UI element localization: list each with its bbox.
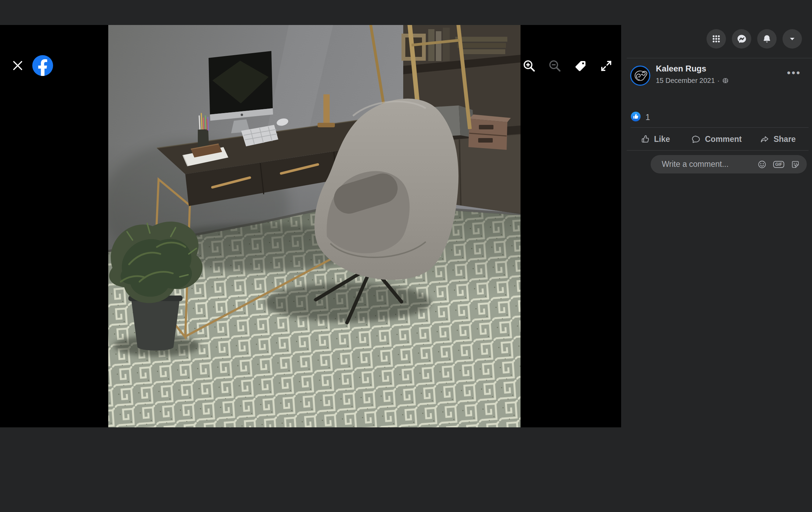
actions-divider (627, 150, 809, 151)
post-photo[interactable] (108, 25, 521, 427)
zoom-in-button[interactable] (522, 58, 537, 74)
post-actions: Like Comment Share (625, 129, 809, 149)
apps-menu-button[interactable] (707, 29, 726, 49)
header-divider (627, 58, 812, 58)
photo-controls (522, 58, 614, 74)
composer-icons: GIF (758, 160, 800, 169)
post-author[interactable]: Kaleen Rugs (656, 64, 706, 74)
post-meta: 15 December 2021 · (656, 77, 729, 85)
tag-photo-button[interactable] (573, 58, 588, 74)
sticker-icon[interactable] (791, 160, 800, 169)
like-icon (641, 135, 650, 144)
facebook-logo-icon (32, 55, 53, 76)
comment-button[interactable]: Comment (686, 129, 747, 149)
facebook-photo-viewer-page: Kaleen Rugs 15 December 2021 · ••• (0, 0, 812, 512)
like-reaction-badge[interactable] (631, 112, 641, 121)
fullscreen-button[interactable] (599, 58, 614, 74)
comment-button-label: Comment (705, 135, 742, 144)
comment-icon (691, 135, 701, 144)
like-button-label: Like (654, 135, 670, 144)
photo-viewer (0, 25, 621, 427)
tag-icon (574, 59, 587, 72)
facebook-logo[interactable] (32, 55, 53, 76)
gif-icon[interactable]: GIF (773, 161, 784, 168)
like-button[interactable]: Like (625, 129, 686, 149)
avatar[interactable] (630, 65, 651, 86)
apps-menu-icon (712, 34, 721, 43)
zoom-in-icon (522, 59, 536, 73)
post-more-button[interactable]: ••• (783, 66, 805, 80)
share-button[interactable]: Share (747, 129, 809, 149)
reactions-divider (631, 127, 809, 128)
chevron-down-icon (788, 35, 796, 43)
comment-input[interactable] (661, 159, 758, 169)
post-photo-image[interactable] (108, 25, 521, 427)
timestamp-separator: · (717, 77, 720, 85)
zoom-out-button[interactable] (547, 58, 563, 74)
share-icon (760, 135, 769, 144)
share-button-label: Share (773, 135, 796, 144)
more-icon: ••• (787, 71, 801, 75)
zoom-out-icon (548, 59, 562, 73)
close-photo-button[interactable] (10, 58, 25, 73)
comment-composer[interactable]: GIF (651, 155, 807, 173)
globe-icon (722, 77, 729, 84)
messenger-icon (737, 34, 746, 44)
messenger-button[interactable] (732, 29, 751, 49)
fullscreen-icon (600, 59, 613, 72)
notifications-icon (762, 34, 772, 44)
close-icon (12, 60, 24, 71)
top-nav (707, 29, 802, 49)
notifications-button[interactable] (757, 29, 777, 49)
kaleen-rugs-avatar-icon (630, 65, 651, 86)
like-count[interactable]: 1 (645, 112, 650, 122)
account-menu-button[interactable] (783, 29, 802, 49)
post-timestamp[interactable]: 15 December 2021 (656, 77, 715, 85)
emoji-icon[interactable] (758, 160, 767, 169)
like-badge-icon (631, 112, 641, 121)
